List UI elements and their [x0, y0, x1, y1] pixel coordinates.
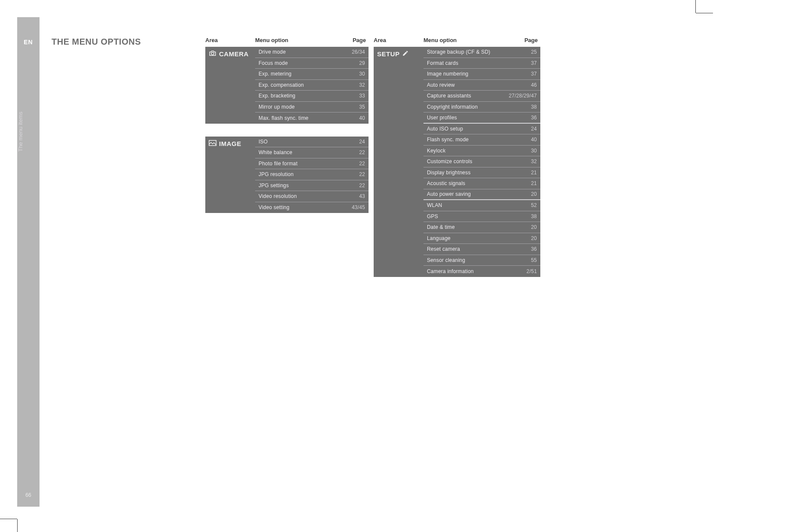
page-ref: 33	[331, 93, 369, 99]
page-ref: 38	[503, 104, 540, 110]
table-row: Auto ISO setup24	[423, 124, 540, 135]
menu-option: Drive mode	[255, 49, 331, 55]
page-ref: 37	[503, 71, 540, 77]
page-ref: 43/45	[331, 204, 369, 210]
table-row: White balance22	[255, 147, 369, 158]
section-camera: CAMERA Drive mode26/34Focus mode29Exp. m…	[205, 47, 369, 124]
header-area: Area	[374, 37, 423, 43]
section-image: IMAGE ISO24White balance22Photo file for…	[205, 137, 369, 213]
table-row: Date & time20	[423, 222, 540, 233]
menu-option: Exp. bracketing	[255, 93, 331, 99]
table-row: Exp. bracketing33	[255, 91, 369, 102]
header-option: Menu option	[255, 37, 338, 43]
page-ref: 24	[503, 126, 540, 132]
menu-option: Storage backup (CF & SD)	[423, 49, 503, 55]
menu-option: Focus mode	[255, 60, 331, 66]
table-row: GPS38	[423, 211, 540, 222]
menu-option: Copyright information	[423, 104, 503, 110]
menu-option: ISO	[255, 139, 331, 145]
camera-icon	[209, 50, 216, 56]
page-ref: 26/34	[331, 49, 369, 55]
table-row: Focus mode29	[255, 58, 369, 69]
page-title: THE MENU OPTIONS	[52, 37, 141, 47]
area-label-camera: CAMERA	[205, 47, 255, 124]
menu-option: Auto power saving	[423, 191, 503, 197]
table-row: User profiles36	[423, 112, 540, 124]
page-ref: 29	[331, 60, 369, 66]
page-ref: 21	[503, 170, 540, 176]
table-row: Storage backup (CF & SD)25	[423, 47, 540, 58]
area-text-camera: CAMERA	[219, 50, 249, 58]
page-ref: 20	[503, 191, 540, 197]
table-row: Drive mode26/34	[255, 47, 369, 58]
header-page: Page	[509, 37, 540, 43]
menu-option: User profiles	[423, 115, 503, 121]
menu-option: JPG settings	[255, 182, 331, 188]
page-ref: 38	[503, 213, 540, 219]
table-row: Flash sync. mode40	[423, 134, 540, 146]
table-row: Max. flash sync. time40	[255, 112, 369, 124]
table-row: JPG settings22	[255, 180, 369, 192]
svg-point-0	[211, 52, 214, 55]
table-row: Keylock30	[423, 146, 540, 157]
table-row: Image numbering37	[423, 69, 540, 80]
tools-icon	[402, 50, 408, 56]
area-label-setup: SETUP	[374, 47, 423, 277]
menu-option: Keylock	[423, 148, 503, 154]
page-ref: 46	[503, 82, 540, 88]
section-setup: SETUP Storage backup (CF & SD)25Format c…	[374, 47, 540, 277]
table-row: ISO24	[255, 137, 369, 148]
area-text-image: IMAGE	[219, 140, 241, 147]
table-row: Video setting43/45	[255, 202, 369, 213]
table-row: Exp. compensation32	[255, 80, 369, 91]
menu-option: Customize controls	[423, 158, 503, 164]
section-tab-label: The menu items	[17, 112, 40, 152]
page-ref: 43	[331, 193, 369, 199]
page-ref: 40	[503, 137, 540, 143]
page-ref: 36	[503, 246, 540, 252]
menu-option: Camera information	[423, 268, 503, 274]
page-ref: 32	[503, 158, 540, 164]
table-row: Acoustic signals21	[423, 178, 540, 189]
menu-option: Display brightness	[423, 170, 503, 176]
page-ref: 30	[503, 148, 540, 154]
table-row: Sensor cleaning55	[423, 255, 540, 266]
page-ref: 35	[331, 104, 369, 110]
menu-option: White balance	[255, 149, 331, 155]
image-icon	[209, 140, 216, 146]
header-page: Page	[338, 37, 369, 43]
menu-option: Max. flash sync. time	[255, 115, 331, 121]
menu-option: Video resolution	[255, 193, 331, 199]
table-row: Format cards37	[423, 58, 540, 69]
rows-setup: Storage backup (CF & SD)25Format cards37…	[423, 47, 540, 277]
menu-option: WLAN	[423, 202, 503, 208]
menu-option: Exp. metering	[255, 71, 331, 77]
area-text-setup: SETUP	[377, 50, 400, 58]
menu-option: GPS	[423, 213, 503, 219]
column-header: Area Menu option Page	[374, 37, 540, 47]
page-ref: 27/28/29/47	[503, 93, 540, 99]
table-row: Photo file format22	[255, 158, 369, 170]
table-row: Exp. metering30	[255, 69, 369, 80]
menu-option: Acoustic signals	[423, 180, 503, 186]
page-ref: 40	[331, 115, 369, 121]
menu-option: Auto ISO setup	[423, 126, 503, 132]
menu-option: Mirror up mode	[255, 104, 331, 110]
page-ref: 22	[331, 149, 369, 155]
table-row: Video resolution43	[255, 191, 369, 202]
page-ref: 22	[331, 161, 369, 167]
rows-camera: Drive mode26/34Focus mode29Exp. metering…	[255, 47, 369, 124]
menu-option: Reset camera	[423, 246, 503, 252]
page-ref: 2/51	[503, 268, 540, 274]
menu-option: Photo file format	[255, 161, 331, 167]
page-ref: 22	[331, 182, 369, 188]
menu-option: Exp. compensation	[255, 82, 331, 88]
menu-option: Date & time	[423, 224, 503, 230]
menu-option: Image numbering	[423, 71, 503, 77]
column-left: Area Menu option Page CAMERA Drive mode2…	[205, 37, 369, 226]
menu-option: Auto review	[423, 82, 503, 88]
area-label-image: IMAGE	[205, 137, 255, 213]
table-row: Copyright information38	[423, 102, 540, 113]
table-row: Camera information2/51	[423, 266, 540, 277]
page-ref: 52	[503, 202, 540, 208]
